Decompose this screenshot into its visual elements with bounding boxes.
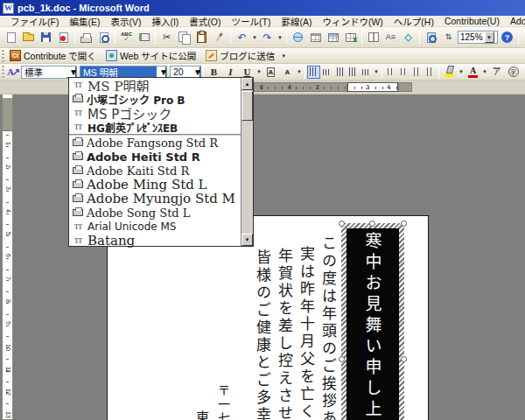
highlight-dropdown[interactable]: ▼ (458, 69, 465, 74)
research-button[interactable] (136, 30, 152, 46)
grid-button-1[interactable] (410, 66, 424, 79)
font-option[interactable]: Adobe Ming Std L (69, 178, 242, 192)
zoom-combo[interactable]: 125% ▼ (458, 31, 498, 44)
save-button[interactable] (38, 30, 54, 46)
columns-button[interactable] (365, 30, 382, 46)
resize-handle[interactable] (339, 220, 345, 227)
ruby-button[interactable]: ア (488, 64, 505, 80)
redo-button[interactable]: ↷ (259, 30, 276, 46)
title-bar[interactable]: W pcb_1k.doc - Microsoft Word (0, 0, 525, 16)
dropdown-scrollbar[interactable]: ▲ ▼ (241, 78, 253, 246)
enclose-character-button[interactable]: 字 (505, 64, 522, 80)
font-color-dropdown[interactable]: ▼ (481, 69, 488, 74)
menu-format[interactable]: 書式(O) (184, 16, 226, 27)
redo-dropdown[interactable]: ▼ (276, 35, 284, 40)
help-button[interactable]: ? (499, 30, 515, 46)
insert-hyperlink-button[interactable] (290, 30, 306, 46)
asian-layout-button[interactable]: A≡ (382, 30, 399, 46)
font-dropdown-arrow[interactable]: ▼ (157, 66, 166, 78)
menu-view[interactable]: 表示(V) (105, 16, 146, 27)
menu-insert[interactable]: 挿入(I) (146, 16, 184, 27)
send-blog-button[interactable]: ブログに送信 (201, 48, 279, 63)
resize-handle[interactable] (401, 356, 407, 362)
new-document-button[interactable] (3, 30, 19, 46)
font-option[interactable]: TTArial Unicode MS (69, 220, 242, 234)
font-option[interactable]: TTBatang (69, 234, 242, 248)
resize-handle[interactable] (401, 220, 407, 227)
font-option[interactable]: Adobe Myungjo Std M (69, 192, 242, 206)
scrollbar-thumb[interactable] (242, 91, 253, 121)
character-scale-button[interactable]: A (279, 64, 296, 80)
spelling-button[interactable]: ABC✓ (118, 30, 135, 46)
save-icon (41, 32, 51, 42)
contribute-open-button[interactable]: Ct Contribute で開く (5, 48, 101, 63)
styles-and-formatting-button[interactable]: A↗ (4, 64, 21, 80)
character-scale-dropdown[interactable]: ▼ (296, 69, 303, 74)
font-option[interactable]: 小塚ゴシック Pro B (69, 92, 242, 106)
zoom-dropdown[interactable]: ▼ (485, 32, 494, 43)
insert-table-button[interactable] (325, 30, 341, 46)
line-spacing-button[interactable] (360, 66, 373, 79)
menu-help[interactable]: ヘルプ(H) (388, 16, 439, 27)
cut-button[interactable]: ✂ (158, 30, 175, 46)
menu-file[interactable]: ファイル(F) (5, 16, 64, 27)
character-border-button[interactable]: A (262, 64, 279, 80)
center-button[interactable] (320, 66, 333, 79)
vertical-ruler[interactable]: 1 2 3 4 5 6 7 8 9 10 11 12 13 (2, 94, 13, 420)
paste-button[interactable] (193, 30, 210, 46)
font-option[interactable]: Adobe Fangsong Std R (69, 136, 242, 150)
tables-and-borders-button[interactable] (307, 30, 324, 46)
toolbar-grip[interactable] (2, 50, 4, 62)
distribute-button[interactable] (346, 66, 360, 79)
align-right-button[interactable] (333, 66, 346, 79)
insert-excel-button[interactable] (342, 30, 359, 46)
reading-mode-button[interactable]: 閲覧モード(R) (522, 30, 525, 45)
menu-edit[interactable]: 編集(E) (64, 16, 105, 27)
font-option[interactable]: Adobe Heiti Std R (69, 150, 242, 164)
justify-button[interactable] (307, 66, 320, 79)
font-option[interactable]: Adobe Song Std L (69, 206, 242, 220)
undo-dropdown[interactable]: ▼ (251, 35, 258, 40)
document-map-button[interactable] (423, 30, 439, 46)
resize-handle[interactable] (339, 356, 345, 362)
menu-tools[interactable]: ツール(T) (227, 16, 276, 27)
font-option[interactable]: TTHG創英ﾌﾟﾚｾﾞﾝｽEB (69, 120, 242, 134)
char-distribute-button-1[interactable] (384, 66, 397, 79)
truetype-icon: TT (72, 123, 84, 131)
publish-website-button[interactable]: Web サイトに公開 (102, 48, 200, 63)
format-painter-button[interactable] (211, 30, 228, 46)
style-dropdown[interactable]: ▼ (66, 66, 76, 78)
grid-button-2[interactable] (424, 66, 437, 79)
toolbar-options-chevron[interactable]: ▼ (280, 53, 287, 59)
font-option[interactable]: TTMS Pゴシック (69, 106, 242, 120)
highlight-button[interactable] (441, 64, 458, 80)
formatting-marks-button[interactable]: ⇅ (440, 30, 457, 46)
print-button[interactable] (78, 30, 94, 46)
font-size-dropdown[interactable]: ▼ (191, 66, 200, 78)
char-distribute-button-2[interactable] (397, 66, 410, 79)
font-option[interactable]: TTMS P明朝 (69, 78, 242, 92)
menu-window[interactable]: ウィンドウ(W) (317, 16, 388, 27)
separator (115, 31, 116, 45)
menu-adobe-pdf[interactable]: Adobe PDF(B) (505, 16, 525, 27)
word-app-icon[interactable]: W (3, 3, 14, 14)
format-painter-icon (215, 32, 223, 42)
resize-handle[interactable] (369, 220, 375, 227)
line-spacing-dropdown[interactable]: ▼ (373, 69, 380, 74)
font-option[interactable]: Adobe Kaiti Std R (69, 164, 242, 178)
scroll-up-button[interactable]: ▲ (242, 78, 253, 90)
menu-table[interactable]: 罫線(A) (276, 16, 317, 27)
menu-contribute[interactable]: Contribute(U) (439, 16, 505, 27)
paste-icon (197, 32, 206, 43)
font-color-button[interactable]: A (465, 64, 481, 80)
underline-dropdown[interactable]: ▼ (256, 69, 262, 74)
scroll-down-button[interactable]: ▼ (242, 234, 253, 246)
undo-button[interactable]: ↶ (234, 30, 250, 46)
drawing-button[interactable]: ◇ (400, 30, 416, 46)
open-button[interactable] (20, 30, 37, 46)
copy-button[interactable] (176, 30, 192, 46)
permission-button[interactable] (55, 30, 72, 46)
columns-icon (368, 32, 379, 42)
print-preview-button[interactable] (95, 30, 112, 46)
banner-textbox[interactable]: 寒中お見舞い申し上げます (341, 223, 404, 420)
